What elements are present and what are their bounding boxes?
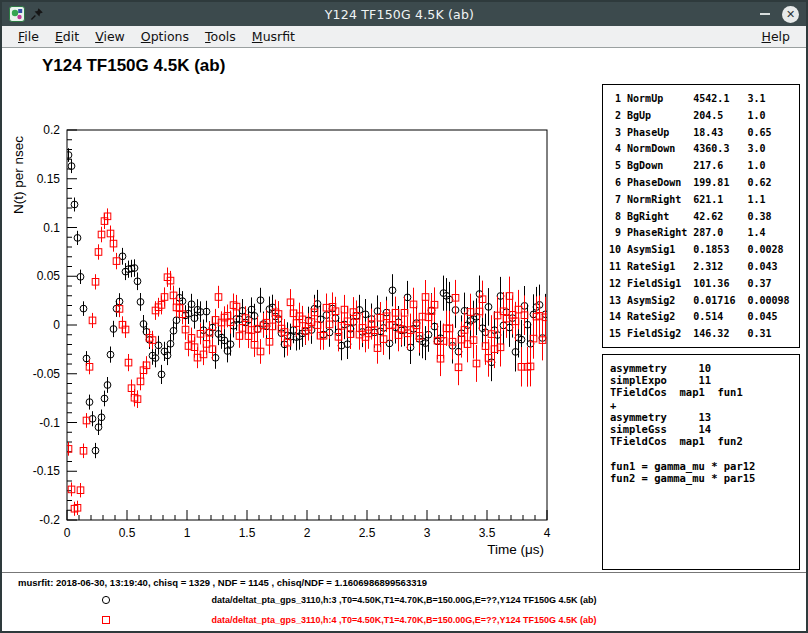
param-row: 15 FieldSig2 146.32 0.31 [609,326,799,343]
theory-panel: asymmetry 10simplExpo 11TFieldCos map1 f… [602,354,800,570]
svg-text:1: 1 [184,526,191,540]
theory-line: simplExpo 11 [610,374,799,386]
param-row: 2 BgUp 204.5 1.0 [609,108,799,125]
theory-line: fun2 = gamma_mu * par15 [610,472,799,484]
pin-icon[interactable] [30,7,44,21]
theory-line: TFieldCos map1 fun2 [610,435,799,447]
svg-text:Time (μs): Time (μs) [487,542,544,557]
legend-square-icon [100,614,112,626]
svg-text:0.05: 0.05 [37,269,61,283]
svg-text:0.1: 0.1 [43,221,60,235]
svg-text:2: 2 [304,526,311,540]
plot-title: Y124 TF150G 4.5K (ab) [42,56,225,76]
param-row: 12 FieldSig1 101.36 0.37 [609,276,799,293]
fit-info-text: musrfit: 2018-06-30, 13:19:40, chisq = 1… [18,577,427,588]
window-title: Y124 TF150G 4.5K (ab) [49,7,750,22]
svg-text:0.5: 0.5 [119,526,136,540]
svg-text:-0.05: -0.05 [33,367,61,381]
menu-items: FileEditViewOptionsToolsMusrfit [10,27,753,46]
svg-text:0.2: 0.2 [43,123,60,137]
param-row: 11 RateSig1 2.312 0.043 [609,259,799,276]
legend-circle-icon [100,594,112,606]
menubar: FileEditViewOptionsToolsMusrfit Help [2,26,806,48]
svg-text:0: 0 [53,318,60,332]
menu-options[interactable]: Options [133,27,197,46]
param-row: 6 PhaseDown 199.81 0.62 [609,175,799,192]
param-row: 4 NormDown 4360.3 3.0 [609,141,799,158]
fit-parameters-panel: 1 NormUp 4542.1 3.1 2 BgUp 204.5 1.0 3 P… [602,84,800,348]
chart-canvas[interactable]: 00.511.522.533.54-0.2-0.15-0.1-0.0500.05… [2,92,602,572]
svg-text:0.15: 0.15 [37,172,61,186]
minimize-icon [760,13,770,15]
svg-text:1.5: 1.5 [239,526,256,540]
param-row: 7 NormRight 621.1 1.1 [609,192,799,209]
theory-line: asymmetry 13 [610,411,799,423]
legend-label: data/deltat_pta_gps_3110,h:3 ,T0=4.50K,T… [2,590,806,610]
svg-text:-0.1: -0.1 [39,416,60,430]
svg-text:0: 0 [64,526,71,540]
menu-musrfit[interactable]: Musrfit [244,27,303,46]
svg-text:2.5: 2.5 [359,526,376,540]
param-row: 8 BgRight 42.62 0.38 [609,209,799,226]
menu-tools[interactable]: Tools [197,27,244,46]
theory-line: simpleGss 14 [610,423,799,435]
theory-line: TFieldCos map1 fun1 [610,386,799,398]
legend-entry: data/deltat_pta_gps_3110,h:3 ,T0=4.50K,T… [2,590,806,610]
titlebar[interactable]: Y124 TF150G 4.5K (ab) ✕ [2,2,806,26]
statusbar: musrfit: 2018-06-30, 13:19:40, chisq = 1… [2,572,806,633]
param-row: 14 RateSig2 0.514 0.045 [609,309,799,326]
svg-text:-0.15: -0.15 [33,464,61,478]
svg-text:3.5: 3.5 [479,526,496,540]
menu-help[interactable]: Help [753,27,798,46]
legend-label: data/deltat_pta_gps_3110,h:4 ,T0=4.50K,T… [2,610,806,630]
close-button[interactable]: ✕ [782,6,799,23]
svg-text:N(t) per nsec: N(t) per nsec [11,136,26,214]
app-icon[interactable] [9,6,25,22]
param-row: 1 NormUp 4542.1 3.1 [609,91,799,108]
svg-text:-0.2: -0.2 [39,513,60,527]
legend-entry: data/deltat_pta_gps_3110,h:4 ,T0=4.50K,T… [2,610,806,630]
svg-text:4: 4 [544,526,551,540]
close-icon: ✕ [786,8,795,21]
theory-line: fun1 = gamma_mu * par12 [610,460,799,472]
param-row: 9 PhaseRight 287.0 1.4 [609,225,799,242]
menu-edit[interactable]: Edit [47,27,87,46]
param-row: 13 AsymSig2 0.01716 0.00098 [609,293,799,310]
theory-line: + [610,399,799,411]
canvas-area: Y124 TF150G 4.5K (ab) 00.511.522.533.54-… [2,48,806,631]
menu-file[interactable]: File [10,27,47,46]
param-row: 3 PhaseUp 18.43 0.65 [609,125,799,142]
musrview-window: Y124 TF150G 4.5K (ab) ✕ FileEditViewOpti… [0,0,808,633]
menu-view[interactable]: View [87,27,133,46]
theory-line [610,447,799,459]
minimize-button[interactable] [756,5,774,23]
svg-text:3: 3 [424,526,431,540]
param-row: 10 AsymSig1 0.1853 0.0028 [609,242,799,259]
param-row: 5 BgDown 217.6 1.0 [609,158,799,175]
theory-line: asymmetry 10 [610,362,799,374]
